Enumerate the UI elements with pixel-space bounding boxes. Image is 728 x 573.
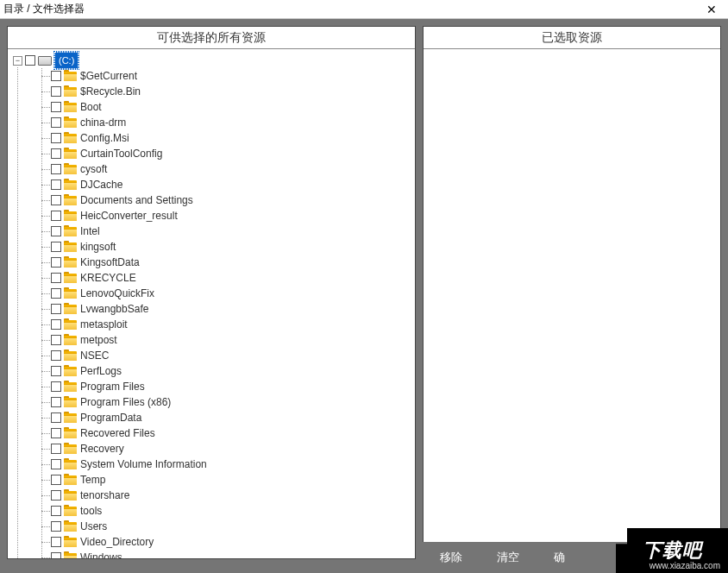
- tree-node[interactable]: Program Files: [9, 379, 413, 394]
- tree-node[interactable]: Intel: [9, 224, 413, 239]
- node-label: metasploit: [80, 317, 128, 332]
- tree-node[interactable]: Recovery: [9, 441, 413, 457]
- node-label: Config.Msi: [80, 130, 129, 146]
- checkbox[interactable]: [51, 179, 61, 190]
- folder-icon: [64, 506, 77, 516]
- window-title: 目录 / 文件选择器: [3, 2, 699, 16]
- checkbox[interactable]: [51, 319, 61, 330]
- folder-icon: [64, 459, 77, 469]
- checkbox[interactable]: [51, 86, 61, 97]
- folder-icon: [64, 273, 77, 283]
- tree-node[interactable]: china-drm: [9, 115, 413, 130]
- tree-node[interactable]: tenorshare: [9, 488, 413, 503]
- tree-node[interactable]: Documents and Settings: [9, 192, 413, 208]
- tree-node[interactable]: KingsoftData: [9, 255, 413, 270]
- folder-icon: [64, 242, 77, 252]
- drive-label[interactable]: (C:): [54, 52, 78, 69]
- node-label: NSEC: [80, 348, 109, 363]
- tree-node[interactable]: LenovoQuickFix: [9, 286, 413, 301]
- checkbox[interactable]: [51, 428, 61, 438]
- selected-list[interactable]: [424, 49, 720, 558]
- checkbox[interactable]: [51, 366, 61, 376]
- tree-node[interactable]: Windows: [9, 550, 413, 558]
- selected-resources-panel: 已选取资源: [423, 26, 721, 559]
- tree-node[interactable]: CurtainToolConfig: [9, 146, 413, 161]
- tree-node[interactable]: tools: [9, 503, 413, 519]
- folder-icon: [64, 537, 77, 547]
- checkbox[interactable]: [51, 521, 61, 532]
- checkbox[interactable]: [51, 148, 61, 159]
- tree-node[interactable]: Temp: [9, 472, 413, 488]
- tree-node[interactable]: $Recycle.Bin: [9, 84, 413, 99]
- tree-node[interactable]: PerfLogs: [9, 363, 413, 379]
- checkbox[interactable]: [51, 164, 61, 174]
- checkbox[interactable]: [51, 459, 61, 469]
- tree-node[interactable]: DJCache: [9, 177, 413, 192]
- available-resources-header: 可供选择的所有资源: [8, 27, 415, 49]
- tree-node[interactable]: $GetCurrent: [9, 68, 413, 84]
- remove-button[interactable]: 移除: [440, 550, 462, 565]
- checkbox[interactable]: [51, 71, 61, 81]
- tree-node[interactable]: metpost: [9, 332, 413, 348]
- checkbox[interactable]: [51, 257, 61, 268]
- checkbox[interactable]: [51, 350, 61, 361]
- confirm-button[interactable]: 确: [554, 550, 565, 565]
- node-label: Recovery: [80, 441, 124, 457]
- node-label: Recovered Files: [80, 425, 155, 441]
- tree-node[interactable]: HeicConverter_result: [9, 208, 413, 224]
- checkbox[interactable]: [51, 133, 61, 143]
- node-label: kingsoft: [80, 239, 116, 255]
- checkbox[interactable]: [51, 288, 61, 299]
- tree-node[interactable]: metasploit: [9, 317, 413, 332]
- checkbox[interactable]: [51, 226, 61, 236]
- tree-node[interactable]: Recovered Files: [9, 425, 413, 441]
- folder-icon: [64, 226, 77, 236]
- node-label: Temp: [80, 472, 105, 488]
- tree-node[interactable]: Config.Msi: [9, 130, 413, 146]
- checkbox[interactable]: [51, 242, 61, 252]
- tree-node[interactable]: LvwangbbSafe: [9, 301, 413, 317]
- checkbox[interactable]: [51, 211, 61, 221]
- main-frame: 可供选择的所有资源 − (C:) $GetCurrent$Recycle.Bin…: [0, 19, 728, 573]
- tree-node[interactable]: cysoft: [9, 161, 413, 177]
- close-icon[interactable]: ✕: [699, 1, 725, 18]
- tree-node[interactable]: Program Files (x86): [9, 394, 413, 410]
- folder-icon: [64, 164, 77, 174]
- checkbox[interactable]: [51, 506, 61, 516]
- checkbox[interactable]: [25, 55, 35, 66]
- checkbox[interactable]: [51, 335, 61, 345]
- checkbox[interactable]: [51, 195, 61, 205]
- checkbox[interactable]: [51, 552, 61, 558]
- checkbox[interactable]: [51, 381, 61, 392]
- expander-icon[interactable]: −: [13, 56, 22, 66]
- tree-node[interactable]: Video_Directory: [9, 534, 413, 550]
- checkbox[interactable]: [51, 304, 61, 314]
- checkbox[interactable]: [51, 537, 61, 547]
- clear-button[interactable]: 清空: [497, 550, 519, 565]
- node-label: LenovoQuickFix: [80, 286, 154, 301]
- folder-icon: [64, 412, 77, 423]
- checkbox[interactable]: [51, 490, 61, 501]
- node-label: Program Files (x86): [80, 394, 171, 410]
- checkbox[interactable]: [51, 273, 61, 283]
- checkbox[interactable]: [51, 444, 61, 454]
- tree-node[interactable]: Users: [9, 519, 413, 534]
- node-label: tools: [80, 503, 102, 519]
- checkbox[interactable]: [51, 102, 61, 112]
- tree-node[interactable]: System Volume Information: [9, 457, 413, 472]
- node-label: Windows: [80, 550, 122, 558]
- tree-view[interactable]: − (C:) $GetCurrent$Recycle.BinBootchina-…: [8, 49, 415, 558]
- checkbox[interactable]: [51, 412, 61, 423]
- node-label: $GetCurrent: [80, 68, 137, 84]
- tree-node[interactable]: ProgramData: [9, 410, 413, 425]
- tree-root-row[interactable]: − (C:): [9, 53, 413, 68]
- checkbox[interactable]: [51, 475, 61, 485]
- folder-icon: [64, 397, 77, 407]
- tree-node[interactable]: NSEC: [9, 348, 413, 363]
- tree-node[interactable]: kingsoft: [9, 239, 413, 255]
- checkbox[interactable]: [51, 117, 61, 128]
- tree-node[interactable]: KRECYCLE: [9, 270, 413, 286]
- folder-icon: [64, 195, 77, 205]
- tree-node[interactable]: Boot: [9, 99, 413, 115]
- checkbox[interactable]: [51, 397, 61, 407]
